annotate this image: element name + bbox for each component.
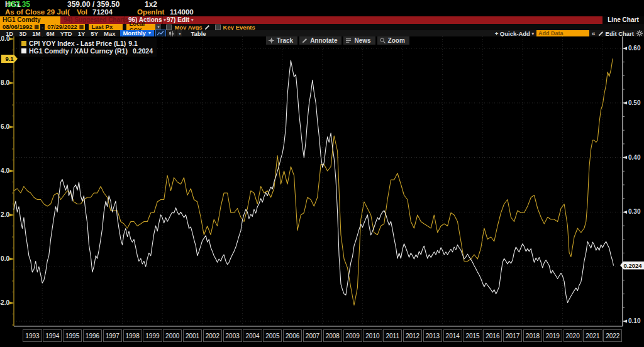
legend-item-hg1-xau[interactable]: HG1 Comdty / XAU Curncy (R1) 0.2024: [21, 47, 153, 55]
gear-icon[interactable]: [636, 30, 643, 36]
range-buttons: 1D3D1M6MYTD1Y5YMax: [0, 30, 115, 37]
x-axis-year-cell: 1993: [23, 329, 42, 342]
chevron-down-icon: ▾: [532, 31, 535, 36]
range-button-6M[interactable]: 6M: [47, 30, 55, 37]
news-button[interactable]: News: [343, 36, 375, 45]
more-options-button[interactable]: ▾: [177, 30, 182, 36]
range-button-1M[interactable]: 1M: [32, 30, 40, 37]
quote-line-1: HG1 s357.35 359.00 / 359.50 1x2: [0, 0, 644, 8]
legend-swatch-yellow: [21, 41, 26, 46]
range-button-5Y[interactable]: 5Y: [91, 30, 98, 37]
ticker-symbol: HG1 s357.35: [5, 0, 7, 9]
currency-dropdown-button[interactable]: ▾: [155, 24, 161, 30]
x-axis-year-cell: 2004: [243, 329, 262, 342]
key-events-checkbox[interactable]: [215, 25, 221, 30]
x-axis-year-cell: 1998: [123, 329, 142, 342]
open-interest-value: 114000: [170, 8, 194, 16]
x-axis-year-cell: 2014: [443, 329, 462, 342]
legend-swatch-white: [21, 48, 26, 53]
candlestick-icon[interactable]: [167, 30, 175, 36]
annotate-pencil-icon: [302, 38, 308, 43]
collapse-button[interactable]: «: [592, 30, 596, 37]
pencil-icon: [598, 31, 604, 36]
news-icon: [346, 38, 352, 43]
bid-ask-size: 1x2: [145, 0, 157, 9]
periodicity-select[interactable]: Monthly ▼: [120, 30, 154, 36]
legend-item-cpi[interactable]: CPI YOY Index - Last Price (L1) 9.1: [21, 40, 153, 47]
x-axis-year-cell: 2013: [423, 329, 442, 342]
right-axis-last-badge: 0.2024: [620, 262, 644, 270]
left-axis-tick-label: 10.0: [0, 35, 9, 42]
quote-line-2: As of Close 29 Jul( Vol 71204 OpenInt 11…: [0, 8, 644, 16]
x-axis-year-cell: 2012: [403, 329, 422, 342]
annotate-button[interactable]: Annotate: [299, 36, 341, 45]
bid-ask: 359.00 / 359.50: [67, 0, 119, 9]
range-button-YTD[interactable]: YTD: [60, 30, 72, 37]
x-axis-year-cell: 1995: [63, 329, 82, 342]
x-axis-year-cell: 2007: [303, 329, 322, 342]
chart-type-label: Line Chart: [602, 16, 644, 24]
x-axis-year-cell: 2019: [543, 329, 562, 342]
settings-bar: 08/06/1992▦ - 07/29/2022▦ Last Px Local …: [0, 24, 644, 30]
left-axis-tick-label: -2.0: [0, 299, 9, 306]
right-axis-tick-label: 0.30: [628, 208, 640, 215]
quick-add-button[interactable]: + Quick-Add ▾: [495, 30, 534, 37]
x-axis-year-cell: 2005: [263, 329, 282, 342]
x-axis-year-cell: 2015: [463, 329, 482, 342]
left-axis-tick-label: 0.0: [0, 255, 9, 262]
x-axis-year-cell: 2018: [523, 329, 542, 342]
x-axis-year-cell: 2010: [363, 329, 382, 342]
right-axis-tick-label: 0.50: [628, 99, 640, 106]
x-axis-year-cell: 1997: [103, 329, 122, 342]
edit-chart-button[interactable]: Edit Chart: [598, 30, 634, 37]
key-events-label[interactable]: Key Events: [223, 24, 255, 31]
date-from-input[interactable]: 08/06/1992▦: [0, 24, 40, 30]
last-price: 357.35: [7, 0, 30, 9]
mov-avgs-checkbox[interactable]: [166, 25, 172, 30]
range-bar: 1D3D1M6MYTD1Y5YMax Monthly ▼ ▾ Table + Q…: [0, 30, 644, 36]
chevron-down-icon: ▼: [148, 31, 152, 35]
x-axis-year-cell: 2011: [383, 329, 402, 342]
range-button-Max[interactable]: Max: [104, 30, 115, 37]
chart-legend: CPI YOY Index - Last Price (L1) 9.1 HG1 …: [19, 38, 157, 57]
chart-toolbar: Track Annotate News Zoom: [266, 36, 409, 45]
table-button[interactable]: Table: [191, 30, 206, 37]
range-button-3D[interactable]: 3D: [19, 30, 26, 37]
open-interest-label: OpenInt: [137, 8, 164, 16]
legend-value: 0.2024: [133, 47, 153, 55]
range-button-1Y[interactable]: 1Y: [78, 30, 86, 37]
crosshair-icon: [269, 38, 274, 43]
plot-canvas: [0, 36, 644, 347]
pencil-icon[interactable]: [204, 25, 210, 30]
x-axis-year-cell: 2016: [483, 329, 502, 342]
x-axis-year-cell: 2003: [223, 329, 242, 342]
calendar-icon: ▦: [79, 24, 84, 30]
x-axis-year-cell: 2021: [583, 329, 602, 342]
left-axis-tick-label: 2.0: [0, 211, 9, 218]
chevron-down-icon: ▾: [191, 18, 194, 22]
x-axis-year-cell: 2002: [203, 329, 222, 342]
x-axis-year-cell: 2009: [343, 329, 362, 342]
x-axis-year-cell: 1999: [143, 329, 162, 342]
chart-area[interactable]: CPI YOY Index - Last Price (L1) 9.1 HG1 …: [0, 36, 644, 347]
right-axis-tick-label: 0.60: [628, 45, 640, 52]
magnifier-icon: [380, 38, 386, 43]
price-field-select[interactable]: Last Px: [89, 24, 123, 30]
date-to-input[interactable]: 07/29/2022▦: [45, 24, 85, 30]
add-data-input[interactable]: [536, 30, 589, 36]
x-axis-year-cell: 1996: [83, 329, 102, 342]
x-axis-year-cell: 2001: [183, 329, 202, 342]
calendar-icon: ▦: [35, 24, 40, 30]
x-axis-year-cell: 2008: [323, 329, 342, 342]
x-axis-year-cell: 2020: [564, 329, 582, 342]
right-axis-tick-label: 0.40: [628, 154, 640, 161]
legend-value: 9.1: [128, 40, 138, 47]
x-axis-year-cell: 2000: [163, 329, 182, 342]
line-chart-icon[interactable]: [156, 30, 165, 36]
as-of-label: As of Close 29 Jul(: [5, 8, 70, 16]
left-axis-tick-label: 6.0: [0, 123, 9, 130]
menu-edit[interactable]: 97) Edit ▾: [162, 16, 193, 24]
track-button[interactable]: Track: [266, 36, 297, 45]
zoom-button[interactable]: Zoom: [377, 36, 409, 45]
x-axis-year-cell: 1994: [43, 329, 62, 342]
